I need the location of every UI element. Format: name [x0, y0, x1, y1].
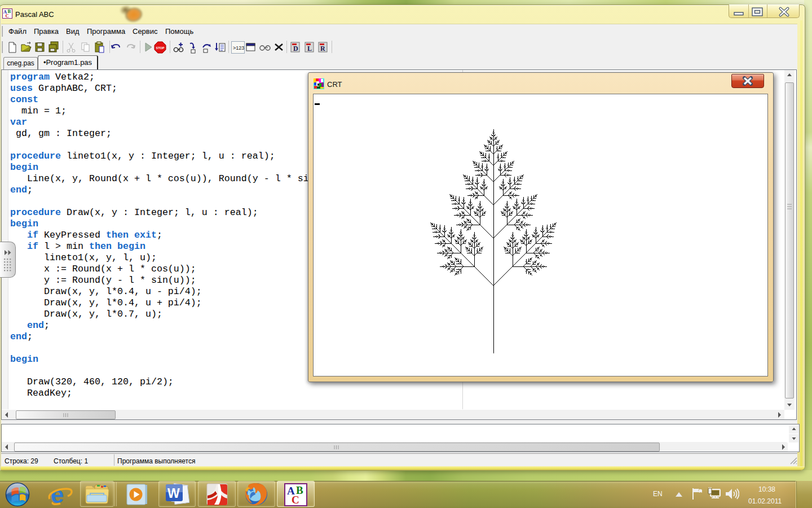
svg-text:C: C	[292, 494, 299, 506]
svg-text:L: L	[307, 45, 312, 52]
svg-text:>123: >123	[233, 45, 244, 51]
svg-text:D: D	[293, 45, 298, 52]
svg-text:W: W	[167, 486, 180, 501]
svg-text:R: R	[320, 45, 325, 52]
svg-text:STOP: STOP	[156, 46, 164, 50]
svg-text:C: C	[6, 13, 9, 19]
